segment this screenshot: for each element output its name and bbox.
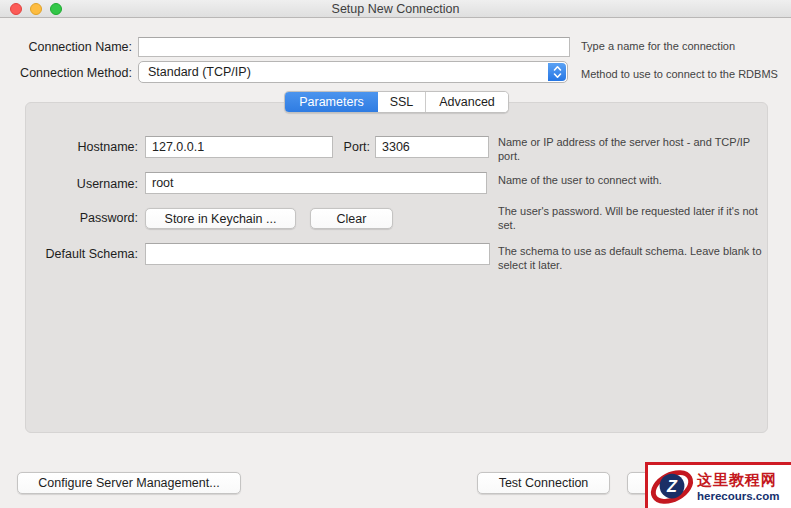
username-label: Username:: [0, 177, 138, 191]
watermark: Z 这里教程网 herecours.com: [645, 462, 791, 508]
test-connection-button[interactable]: Test Connection: [477, 472, 610, 494]
default-schema-hint: The schema to use as default schema. Lea…: [498, 244, 772, 272]
username-hint: Name of the user to connect with.: [498, 173, 772, 187]
setup-new-connection-window: Setup New Connection Connection Name: Ty…: [0, 0, 791, 508]
default-schema-label: Default Schema:: [0, 247, 138, 261]
connection-name-label: Connection Name:: [0, 40, 132, 54]
default-schema-input[interactable]: [145, 243, 490, 265]
hostname-hint: Name or IP address of the server host - …: [498, 135, 772, 163]
connection-name-input[interactable]: [138, 37, 570, 57]
connection-method-label: Connection Method:: [0, 66, 132, 80]
title-bar: Setup New Connection: [0, 0, 791, 18]
password-label: Password:: [0, 211, 138, 225]
window-title: Setup New Connection: [0, 2, 791, 16]
svg-text:Z: Z: [666, 476, 678, 494]
connection-method-select[interactable]: Standard (TCP/IP): [138, 61, 568, 83]
configure-server-management-button[interactable]: Configure Server Management...: [17, 472, 241, 494]
store-in-keychain-button[interactable]: Store in Keychain ...: [145, 208, 296, 229]
tab-advanced[interactable]: Advanced: [425, 92, 508, 112]
tab-parameters[interactable]: Parameters: [285, 92, 378, 112]
username-input[interactable]: [145, 172, 487, 194]
port-label: Port:: [330, 140, 370, 154]
connection-name-hint: Type a name for the connection: [581, 39, 786, 53]
tab-ssl[interactable]: SSL: [378, 92, 425, 112]
watermark-logo-icon: Z: [649, 466, 695, 508]
tab-bar: Parameters SSL Advanced: [284, 91, 509, 113]
connection-method-value: Standard (TCP/IP): [148, 65, 251, 79]
watermark-cn-text: 这里教程网: [697, 471, 779, 489]
watermark-site-text: herecours.com: [697, 489, 779, 503]
clear-password-button[interactable]: Clear: [310, 208, 393, 229]
connection-method-hint: Method to use to connect to the RDBMS: [581, 67, 791, 81]
combo-stepper-icon: [548, 63, 566, 81]
watermark-texts: 这里教程网 herecours.com: [697, 471, 779, 503]
port-input[interactable]: [375, 136, 489, 158]
hostname-label: Hostname:: [0, 140, 138, 154]
hostname-input[interactable]: [145, 136, 333, 158]
password-hint: The user's password. Will be requested l…: [498, 204, 772, 232]
